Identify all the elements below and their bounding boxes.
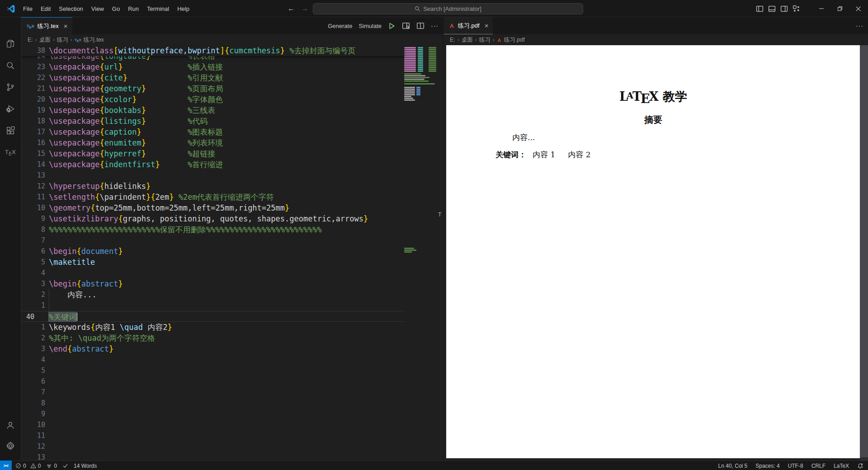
- code-line[interactable]: 9\usetikzlibrary{graphs, positioning, qu…: [21, 213, 404, 224]
- code-editor[interactable]: 24\usepackage{longtable} %长表格23\usepacka…: [21, 45, 443, 461]
- nav-back-icon[interactable]: ←: [288, 5, 295, 13]
- tab-close-icon[interactable]: ×: [64, 22, 68, 30]
- code-line[interactable]: 2%其中: \quad为两个字符空格: [21, 333, 404, 343]
- latex-build-status[interactable]: [62, 463, 68, 469]
- window-restore-button[interactable]: [830, 0, 849, 17]
- sticky-scroll-line[interactable]: 38\documentclass[withoutpreface,bwprint]…: [21, 45, 404, 56]
- code-line[interactable]: 23\usepackage{url} %插入链接: [21, 61, 404, 72]
- code-line[interactable]: 40%关键词: [21, 311, 404, 322]
- code-line[interactable]: 15\usepackage{hyperref} %超链接: [21, 148, 404, 159]
- pdf-scrollbar[interactable]: [860, 45, 868, 461]
- menu-help[interactable]: Help: [173, 4, 193, 14]
- window-minimize-button[interactable]: [812, 0, 830, 17]
- breadcrumb-segment[interactable]: 桌面: [39, 36, 51, 44]
- code-line[interactable]: 5\maketitle: [21, 257, 404, 268]
- code-line[interactable]: 6: [21, 376, 404, 387]
- eol-sequence[interactable]: CRLF: [811, 463, 826, 469]
- code-line[interactable]: 4: [21, 268, 404, 278]
- code-line[interactable]: 18\usepackage{listings} %代码: [21, 116, 404, 127]
- tex-extension-icon[interactable]: TEX: [0, 143, 21, 161]
- ports-indicator[interactable]: 0: [46, 463, 57, 469]
- code-line[interactable]: 5: [21, 365, 404, 376]
- minimap[interactable]: [404, 45, 437, 461]
- code-line[interactable]: 17\usepackage{caption} %图表标题: [21, 127, 404, 137]
- sticky-line-content[interactable]: 38\documentclass[withoutpreface,bwprint]…: [21, 45, 365, 56]
- command-center-search[interactable]: Search [Administrator]: [313, 3, 583, 14]
- pdf-scrollbar-thumb[interactable]: [860, 45, 868, 457]
- menu-edit[interactable]: Edit: [37, 4, 55, 14]
- code-line[interactable]: 6\begin{document}: [21, 246, 404, 257]
- more-actions-icon[interactable]: ···: [856, 22, 863, 29]
- code-line[interactable]: 3\end{abstract}: [21, 343, 404, 354]
- word-count[interactable]: 14 Words: [74, 463, 97, 469]
- tab-lianxi-pdf[interactable]: 练习.pdf ×: [443, 17, 493, 34]
- overview-ruler[interactable]: T: [437, 45, 443, 461]
- source-control-icon[interactable]: [0, 78, 21, 96]
- code-line[interactable]: 21\usepackage{geometry} %页面布局: [21, 83, 404, 94]
- menu-view[interactable]: View: [87, 4, 108, 14]
- code-line[interactable]: 7: [21, 387, 404, 398]
- accounts-icon[interactable]: [0, 416, 21, 434]
- code-line[interactable]: 7: [21, 235, 404, 246]
- code-line[interactable]: 16\usepackage{enumitem} %列表环境: [21, 137, 404, 148]
- run-debug-icon[interactable]: [0, 100, 21, 118]
- remote-indicator[interactable]: ><: [0, 461, 12, 470]
- customize-layout-icon[interactable]: [793, 5, 800, 13]
- code-line[interactable]: 22\usepackage{cite} %引用文献: [21, 72, 404, 83]
- breadcrumb-file[interactable]: 练习.tex: [84, 36, 104, 44]
- code-line[interactable]: 10: [21, 419, 404, 430]
- split-editor-icon[interactable]: [416, 22, 425, 30]
- menu-go[interactable]: Go: [108, 4, 124, 14]
- view-pdf-icon[interactable]: [402, 22, 410, 30]
- more-actions-icon[interactable]: ···: [431, 22, 439, 29]
- settings-gear-icon[interactable]: [0, 437, 21, 455]
- toggle-panel-icon[interactable]: [768, 5, 776, 13]
- breadcrumb-segment[interactable]: 练习: [57, 36, 68, 44]
- code-line[interactable]: 1\keywords{内容1 \quad 内容2}: [21, 322, 404, 333]
- nav-forward-icon[interactable]: →: [301, 5, 308, 13]
- code-line[interactable]: 10\geometry{top=25mm,bottom=25mm,left=25…: [21, 202, 404, 213]
- code-line[interactable]: 8%%%%%%%%%%%%%%%%%%%%%%%%保留不用删除%%%%%%%%%…: [21, 224, 404, 235]
- menu-terminal[interactable]: Terminal: [143, 4, 173, 14]
- code-line[interactable]: 9: [21, 409, 404, 419]
- menu-file[interactable]: File: [19, 4, 37, 14]
- code-line[interactable]: 2 内容...: [21, 289, 404, 300]
- language-mode[interactable]: LaTeX: [834, 463, 849, 469]
- simulate-button[interactable]: Simulate: [359, 23, 382, 29]
- breadcrumb-file[interactable]: 练习.pdf: [504, 36, 525, 44]
- code-line[interactable]: 11: [21, 430, 404, 441]
- cursor-position[interactable]: Ln 40, Col 5: [718, 463, 748, 469]
- pdf-viewer[interactable]: LATEX 教学 摘要 内容... 关键词： 内容 1 内容 2: [443, 45, 868, 461]
- code-line[interactable]: 20\usepackage{xcolor} %字体颜色: [21, 94, 404, 105]
- breadcrumb-pdf[interactable]: E:›桌面›练习›练习.pdf: [443, 34, 868, 45]
- breadcrumb-segment[interactable]: 桌面: [462, 36, 473, 44]
- code-line[interactable]: 13: [21, 452, 404, 461]
- build-play-icon[interactable]: [388, 22, 396, 30]
- code-line[interactable]: 12: [21, 441, 404, 452]
- menu-selection[interactable]: Selection: [55, 4, 87, 14]
- breadcrumb-segment[interactable]: E:: [450, 37, 455, 43]
- bell-icon[interactable]: [857, 463, 863, 469]
- breadcrumb-segment[interactable]: E:: [28, 37, 33, 43]
- code-line[interactable]: 4: [21, 354, 404, 365]
- toggle-sidebar-icon[interactable]: [756, 5, 764, 13]
- code-line[interactable]: 8: [21, 398, 404, 409]
- problems-indicator[interactable]: 0 0: [15, 463, 41, 469]
- breadcrumb-segment[interactable]: 练习: [479, 36, 491, 44]
- breadcrumb-tex[interactable]: E:›桌面›练习›TEX练习.tex: [21, 34, 443, 45]
- tab-lianxi-tex[interactable]: TEX 练习.tex ×: [21, 17, 72, 34]
- tab-close-icon[interactable]: ×: [485, 22, 489, 29]
- generate-button[interactable]: Generate: [328, 23, 352, 29]
- menu-run[interactable]: Run: [124, 4, 143, 14]
- search-view-icon[interactable]: [0, 56, 21, 75]
- code-line[interactable]: 14\usepackage{indentfirst} %首行缩进: [21, 159, 404, 170]
- code-line[interactable]: 12\hypersetup{hidelinks}: [21, 181, 404, 192]
- code-line[interactable]: 19\usepackage{booktabs} %三线表: [21, 105, 404, 116]
- explorer-icon[interactable]: [0, 35, 21, 53]
- window-close-button[interactable]: [849, 0, 868, 17]
- toggle-secondary-sidebar-icon[interactable]: [780, 5, 788, 13]
- encoding[interactable]: UTF-8: [788, 463, 803, 469]
- code-line[interactable]: 13: [21, 170, 404, 181]
- extensions-icon[interactable]: [0, 122, 21, 140]
- code-line[interactable]: 1: [21, 300, 404, 311]
